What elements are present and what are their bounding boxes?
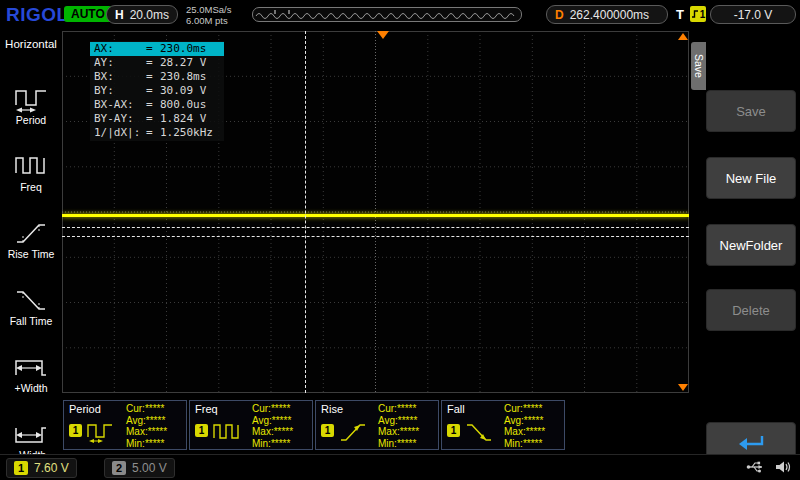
cursor-row-label: AY: — [94, 56, 146, 70]
measurement-slot-rise[interactable]: Rise 1 Cur:***** Avg:***** Max:***** Min… — [315, 400, 439, 450]
measurement-channel-badge: 1 — [69, 424, 82, 437]
sidebar-item-label: Freq — [0, 181, 62, 193]
sidebar-item-label: Fall Time — [0, 315, 62, 327]
sidebar-item-plus-width[interactable]: +Width — [0, 354, 62, 414]
save-button[interactable]: Save — [706, 90, 796, 132]
channel1-scale: 7.60 V — [34, 461, 69, 475]
sidebar-item-label: +Width — [0, 382, 62, 394]
top-bar: RIGOL AUTO H 20.0ms 25.0MSa/s 6.00M pts … — [0, 0, 800, 30]
sidebar-item-rise-time[interactable]: Rise Time — [0, 220, 62, 280]
cursor-row-bx-ax: BX-AX: = 800.0us — [90, 98, 224, 112]
measurement-min: Min:***** — [252, 438, 293, 450]
fall-waveform-icon — [464, 421, 494, 443]
memory-depth: 6.00M pts — [186, 15, 231, 26]
timebase-value: 20.0ms — [130, 8, 169, 22]
cursor-row-by-ay: BY-AY: = 1.824 V — [90, 112, 224, 126]
cursor-row-eq: = — [146, 112, 160, 126]
channel1-status[interactable]: 1 7.60 V — [6, 458, 77, 478]
memory-position-bar[interactable] — [252, 7, 522, 22]
cursor-row-value: 1.824 V — [160, 112, 220, 126]
new-folder-button[interactable]: NewFolder — [706, 224, 796, 266]
delay-value: 262.400000ms — [570, 8, 649, 22]
horizontal-timebase-box: H 20.0ms — [106, 5, 178, 24]
cursor-row-ay: AY: = 28.27 V — [90, 56, 224, 70]
measurement-name: Freq — [195, 403, 218, 415]
channel-status-bar: 1 7.60 V 2 5.00 V — [0, 454, 800, 480]
channel2-number: 2 — [112, 461, 126, 475]
sidebar-item-period[interactable]: Period — [0, 86, 62, 146]
measurement-slot-period[interactable]: Period 1 Cur:***** Avg:***** Max:***** M… — [63, 400, 187, 450]
measurement-max: Max:***** — [126, 426, 167, 438]
trigger-level-offscreen-marker — [678, 384, 688, 391]
trigger-delay-box: D 262.400000ms — [546, 5, 668, 24]
sidebar-item-fall-time[interactable]: Fall Time — [0, 287, 62, 347]
cursor-row-value: 800.0us — [160, 98, 220, 112]
measurement-name: Fall — [447, 403, 465, 415]
measurement-max: Max:***** — [378, 426, 419, 438]
measurement-max: Max:***** — [504, 426, 545, 438]
cursor-row-label: BY: — [94, 84, 146, 98]
cursor-readout-panel: AX: = 230.0ms AY: = 28.27 V BX: = 230.8m… — [90, 41, 224, 141]
d-label: D — [555, 8, 564, 22]
measurement-cur: Cur:***** — [252, 403, 293, 415]
cursor-row-inv-dx: 1/|dX|: = 1.250kHz — [90, 126, 224, 140]
measurement-channel-badge: 1 — [195, 424, 208, 437]
trigger-source-badge[interactable]: 1 — [690, 6, 706, 22]
measurement-slot-fall[interactable]: Fall 1 Cur:***** Avg:***** Max:***** Min… — [441, 400, 565, 450]
cursor-row-bx: BX: = 230.8ms — [90, 70, 224, 84]
measurement-cur: Cur:***** — [378, 403, 419, 415]
cursor-ay-line[interactable] — [62, 227, 689, 228]
h-label: H — [115, 8, 124, 22]
sidebar-title: Horizontal — [0, 38, 62, 50]
new-file-button[interactable]: New File — [706, 157, 796, 199]
sidebar-item-label: Period — [0, 114, 62, 126]
cursor-row-value: 230.0ms — [160, 42, 220, 56]
cursor-row-value: 230.8ms — [160, 70, 220, 84]
cursor-row-value: 30.09 V — [160, 84, 220, 98]
measurement-name: Period — [69, 403, 101, 415]
measurement-max: Max:***** — [252, 426, 293, 438]
channel1-trace — [62, 214, 689, 217]
trigger-level-box: -17.0 V — [710, 5, 796, 24]
channel2-status[interactable]: 2 5.00 V — [104, 458, 175, 478]
measurement-avg: Avg:***** — [126, 415, 167, 427]
rigol-logo: RIGOL — [6, 4, 69, 26]
measurement-cur: Cur:***** — [504, 403, 545, 415]
cursor-ax-bx-line[interactable] — [305, 31, 306, 393]
period-icon — [13, 86, 49, 113]
trigger-position-marker[interactable] — [377, 31, 389, 39]
cursor-row-label: BX-AX: — [94, 98, 146, 112]
menu-tab-save: Save — [691, 42, 706, 90]
measurement-avg: Avg:***** — [252, 415, 293, 427]
save-menu-panel: Save Save New File NewFolder Delete — [689, 30, 800, 455]
cursor-row-eq: = — [146, 126, 160, 140]
trigger-label: T — [676, 7, 684, 22]
cursor-row-eq: = — [146, 42, 160, 56]
measurement-channel-badge: 1 — [321, 424, 334, 437]
trigger-level-value: -17.0 V — [734, 8, 773, 22]
cursor-row-eq: = — [146, 56, 160, 70]
oscilloscope-screen: RIGOL AUTO H 20.0ms 25.0MSa/s 6.00M pts … — [0, 0, 800, 480]
minus-width-icon — [13, 421, 49, 448]
channel1-number: 1 — [14, 461, 28, 475]
measurement-min: Min:***** — [504, 438, 545, 450]
usb-icon — [746, 458, 766, 476]
cursor-row-label: 1/|dX|: — [94, 126, 146, 140]
measurement-slot-freq[interactable]: Freq 1 Cur:***** Avg:***** Max:***** Min… — [189, 400, 313, 450]
freq-waveform-icon — [212, 421, 242, 443]
delete-button[interactable]: Delete — [706, 289, 796, 331]
plus-width-icon — [13, 354, 49, 381]
edge-marker-top — [678, 33, 688, 40]
horizontal-measure-sidebar: Horizontal Period Freq Rise Time — [0, 30, 62, 455]
rise-waveform-icon — [338, 421, 368, 443]
measurement-min: Min:***** — [126, 438, 167, 450]
cursor-row-eq: = — [146, 84, 160, 98]
cursor-row-value: 28.27 V — [160, 56, 220, 70]
cursor-row-by: BY: = 30.09 V — [90, 84, 224, 98]
sidebar-item-freq[interactable]: Freq — [0, 153, 62, 213]
cursor-by-line[interactable] — [62, 236, 689, 237]
sidebar-item-label: Rise Time — [0, 248, 62, 260]
rising-edge-icon — [691, 9, 699, 19]
channel2-scale: 5.00 V — [132, 461, 167, 475]
fall-time-icon — [13, 287, 49, 314]
